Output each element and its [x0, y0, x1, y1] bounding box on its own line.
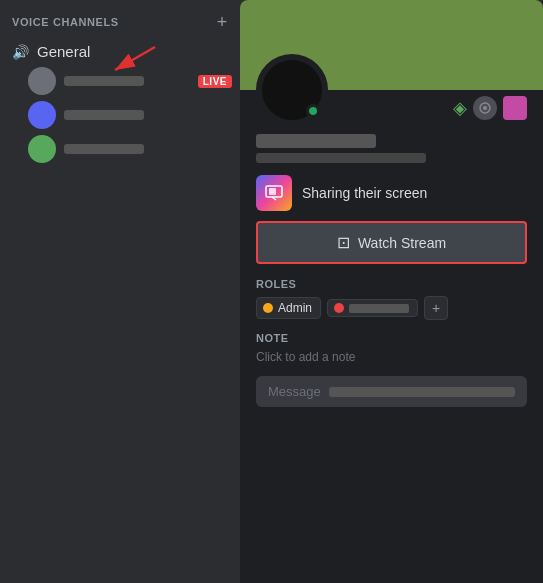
- list-item[interactable]: [0, 99, 240, 131]
- user-name: [64, 76, 144, 86]
- avatar: [28, 67, 56, 95]
- note-placeholder[interactable]: Click to add a note: [256, 350, 527, 364]
- nitro-icon: ◈: [453, 97, 467, 119]
- roles-list: Admin +: [256, 296, 527, 320]
- sharing-section: Sharing their screen: [256, 175, 527, 211]
- note-section: NOTE Click to add a note: [256, 332, 527, 364]
- profile-card: ◈ Sharing their screen: [240, 0, 543, 583]
- message-label: Message: [268, 384, 321, 399]
- message-content: [329, 387, 515, 397]
- profile-name: [256, 134, 376, 148]
- role-color-dot: [263, 303, 273, 313]
- role-name: [349, 304, 409, 313]
- roles-label: ROLES: [256, 278, 527, 290]
- list-item[interactable]: [0, 133, 240, 165]
- user-name: [64, 110, 144, 120]
- message-input-area[interactable]: Message: [256, 376, 527, 407]
- watch-stream-button[interactable]: ⊡ Watch Stream: [256, 221, 527, 264]
- note-label: NOTE: [256, 332, 527, 344]
- list-item[interactable]: LIVE: [0, 65, 240, 97]
- svg-rect-5: [269, 188, 276, 195]
- user-name: [64, 144, 144, 154]
- monitor-icon: ⊡: [337, 233, 350, 252]
- sharing-text: Sharing their screen: [302, 185, 427, 201]
- roles-section: ROLES Admin +: [256, 278, 527, 320]
- nitro-badge-icon: [503, 96, 527, 120]
- avatar: [256, 54, 328, 126]
- svg-point-3: [483, 106, 487, 110]
- avatar: [28, 101, 56, 129]
- voice-channels-header: VOICE CHANNELS +: [0, 8, 240, 36]
- avatar: [28, 135, 56, 163]
- live-badge: LIVE: [198, 75, 232, 88]
- general-channel-label: General: [37, 43, 90, 60]
- screen-share-svg: [264, 183, 284, 203]
- watch-stream-label: Watch Stream: [358, 235, 446, 251]
- role-admin[interactable]: Admin: [256, 297, 321, 319]
- profile-info: Sharing their screen ⊡ Watch Stream ROLE…: [240, 134, 543, 419]
- voice-channels-label: VOICE CHANNELS: [12, 16, 119, 28]
- add-role-button[interactable]: +: [424, 296, 448, 320]
- profile-avatar-section: ◈: [240, 54, 543, 126]
- sidebar: VOICE CHANNELS + 🔊 General LIVE: [0, 0, 240, 583]
- add-channel-button[interactable]: +: [212, 12, 232, 32]
- profile-subtitle: [256, 153, 426, 163]
- profile-action-icons: ◈: [453, 96, 527, 126]
- role-color-dot: [334, 303, 344, 313]
- role-admin-label: Admin: [278, 301, 312, 315]
- voice-user-list: LIVE: [0, 65, 240, 165]
- online-status-dot: [306, 104, 320, 118]
- toggle-icon[interactable]: [473, 96, 497, 120]
- general-channel[interactable]: 🔊 General: [0, 40, 240, 63]
- role-custom[interactable]: [327, 299, 418, 317]
- toggle-svg: [479, 102, 491, 114]
- speaker-icon: 🔊: [12, 44, 29, 60]
- screen-share-icon: [256, 175, 292, 211]
